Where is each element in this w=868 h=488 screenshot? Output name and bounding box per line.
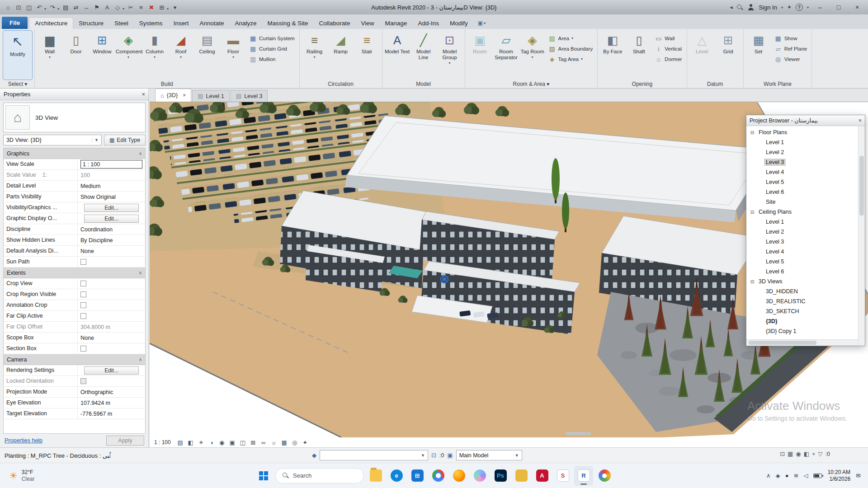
browser-item-site[interactable]: Site (746, 197, 858, 207)
properties-help-link[interactable]: Properties help (5, 437, 42, 444)
ribbon-tab-add-ins[interactable]: Add-Ins (412, 18, 444, 29)
customize-quick-access-icon[interactable]: ▾ (170, 2, 179, 12)
ribbon-tab-steel[interactable]: Steel (109, 18, 134, 29)
prop-checkbox-crop-region-visible[interactable] (80, 291, 86, 297)
panel-label-model[interactable]: Model (382, 80, 465, 88)
drag-elements-on-selection-icon[interactable]: + (812, 450, 816, 457)
tool-area-boundary[interactable]: ▧Area Boundary (546, 44, 595, 53)
prop-checkbox-sun-path[interactable] (80, 259, 86, 265)
select-links-icon[interactable]: ⊡ (780, 450, 785, 457)
analysis-display-icon[interactable]: ✦ (301, 438, 310, 447)
editable-only-icon[interactable]: ⊡ (431, 452, 436, 459)
tool-window[interactable]: ⊞Window (90, 31, 115, 80)
chevron-down-icon[interactable]: ▼ (92, 138, 99, 142)
tool-stair[interactable]: ≡Stair (354, 31, 380, 80)
browser-item-level-1[interactable]: Level 1 (746, 217, 858, 227)
view-tab-level-3[interactable]: ▤Level 3 (231, 90, 268, 102)
start-button[interactable] (254, 466, 273, 486)
copilot-icon[interactable] (470, 466, 489, 486)
save-icon[interactable]: ◫ (24, 2, 33, 12)
tool-by-face[interactable]: ◧By Face (600, 31, 625, 80)
select-underlay-elements-icon[interactable]: ▦ (788, 450, 793, 457)
show-crop-region-icon[interactable]: ◫ (238, 438, 247, 447)
detail-level-icon[interactable]: ▤ (176, 438, 185, 447)
properties-close-icon[interactable]: × (142, 91, 145, 98)
section-collapse-icon[interactable]: ∧ (139, 357, 142, 362)
microsoft-store-icon[interactable]: ⊞ (408, 466, 427, 486)
tool-area[interactable]: ▨Area▾ (546, 33, 595, 43)
browser-item-3d-realistic[interactable]: 3D_REALISTIC (746, 296, 858, 306)
sign-in-dropdown-icon[interactable]: ▾ (781, 5, 783, 9)
ribbon-tab-collaborate[interactable]: Collaborate (314, 18, 356, 29)
measure-icon[interactable]: ⇄ (71, 2, 80, 12)
prop-button-visibility-graphics[interactable]: Edit... (84, 204, 139, 212)
undo-dropdown-icon[interactable]: ▾ (44, 7, 46, 11)
search-icon[interactable] (736, 4, 743, 11)
ribbon-display-options-icon[interactable]: ▣ (478, 20, 483, 29)
security-shield-icon[interactable]: ◈ (776, 472, 780, 479)
weather-widget[interactable]: ☀ 32°F Clear (5, 467, 38, 484)
design-option-dropdown-icon[interactable]: ▼ (515, 453, 519, 458)
section-icon[interactable]: ✂ (126, 2, 135, 12)
panel-label-opening[interactable]: Opening (598, 80, 686, 88)
default-3d-view-icon[interactable]: ◇ (113, 2, 122, 12)
thin-lines-icon[interactable]: ≡ (137, 2, 146, 12)
panel-label-datum[interactable]: Datum (687, 80, 743, 88)
drawing-area[interactable]: Activate Windows Go to Settings to activ… (150, 102, 868, 437)
redo-icon[interactable]: ↷ (48, 2, 57, 12)
tool-curtain-system[interactable]: ▦Curtain System (247, 33, 297, 43)
tool-floor[interactable]: ▬Floor▾ (221, 31, 246, 80)
tool-room[interactable]: ▣Room (467, 31, 493, 80)
notifications-icon[interactable]: ✉ (856, 472, 861, 479)
browser-item-3d[interactable]: {3D} (746, 316, 858, 326)
ribbon-tab-insert[interactable]: Insert (168, 18, 194, 29)
prop-input-view-scale[interactable]: 1 : 100 (80, 160, 142, 169)
browser-item-level-3[interactable]: Level 3 (746, 157, 858, 167)
tool-ref-plane[interactable]: ▱Ref Plane (772, 44, 810, 53)
prop-button-graphic-display-o[interactable]: Edit... (84, 215, 139, 223)
tool-railing[interactable]: ≡Railing▾ (302, 31, 327, 80)
tool-curtain-grid[interactable]: ▦Curtain Grid (247, 44, 297, 53)
tool-shaft[interactable]: ▯Shaft (626, 31, 651, 80)
visual-style-icon[interactable]: ◧ (186, 438, 195, 447)
prop-checkbox-far-clip-active[interactable] (80, 313, 86, 319)
tool-model-text[interactable]: AModel Text (385, 31, 410, 80)
browser-item-level-6[interactable]: Level 6 (746, 187, 858, 197)
lock-3d-view-icon[interactable]: ⊠ (249, 438, 258, 447)
tool-set[interactable]: ▦Set (746, 31, 771, 80)
tool-model-line[interactable]: ╱Model Line (411, 31, 436, 80)
minimize-button[interactable]: – (813, 2, 827, 13)
browser-item-level-5[interactable]: Level 5 (746, 257, 858, 267)
help-dropdown-icon[interactable]: ▾ (807, 5, 809, 9)
shadows-icon[interactable]: ◑ (207, 438, 216, 447)
app-store-icon[interactable]: ✦ (787, 4, 792, 10)
prop-value-default-analysis-di[interactable]: None (78, 246, 145, 256)
tool-viewer[interactable]: ◎Viewer (772, 54, 810, 64)
view-selector-combo[interactable]: 3D View: {3D} ▼ (3, 135, 102, 145)
design-options-icon[interactable]: ▣ (447, 452, 453, 459)
crop-view-icon[interactable]: ▣ (228, 438, 237, 447)
home-icon[interactable]: ⌂ (4, 2, 13, 12)
temporary-view-properties-icon[interactable]: ▦ (280, 438, 289, 447)
battery-icon[interactable] (813, 474, 822, 478)
downloads-folder-icon[interactable] (512, 466, 531, 486)
browser-vscrollbar[interactable] (858, 126, 865, 346)
ribbon-tab-modify[interactable]: Modify (444, 18, 473, 29)
worksets-icon[interactable]: ◆ (312, 452, 316, 459)
filter-icon[interactable]: ▽ (818, 450, 823, 457)
workset-combo[interactable]: ▼ (320, 450, 428, 460)
prop-checkbox-locked-orientation[interactable] (80, 378, 86, 384)
tool-show[interactable]: ▦Show (772, 33, 810, 43)
prop-checkbox-crop-view[interactable] (80, 281, 86, 286)
section-extents[interactable]: Extents∧ (4, 267, 145, 278)
user-avatar-icon[interactable] (747, 4, 755, 11)
prop-value-projection-mode[interactable]: Orthographic (78, 387, 145, 397)
prop-value-detail-level[interactable]: Medium (78, 181, 145, 191)
ribbon-tab-manage[interactable]: Manage (380, 18, 413, 29)
redo-dropdown-icon[interactable]: ▾ (57, 7, 59, 11)
sign-in-button[interactable]: Sign In (759, 4, 777, 11)
ribbon-tab-architecture[interactable]: Architecture (29, 17, 73, 29)
canvas-scrollbar-thumb[interactable] (566, 432, 591, 435)
browser-item-level-2[interactable]: Level 2 (746, 147, 858, 157)
ribbon-display-options-dropdown-icon[interactable]: ▾ (484, 21, 486, 29)
